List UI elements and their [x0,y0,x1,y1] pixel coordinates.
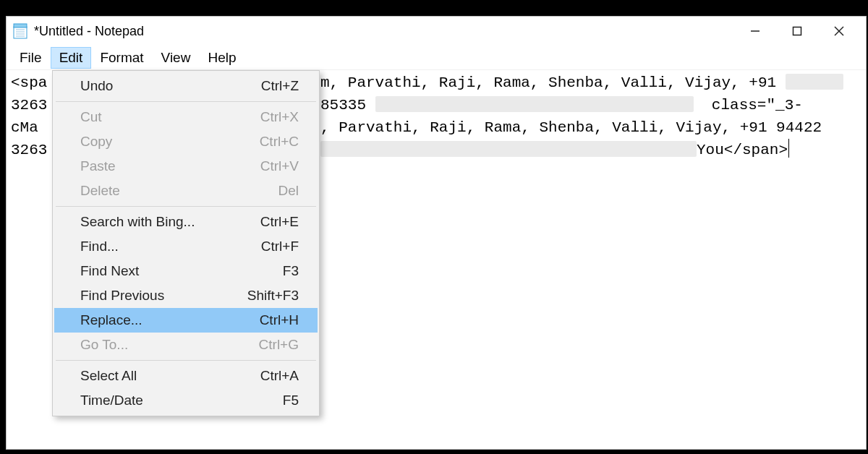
text-fragment: <spa [11,72,47,94]
menu-item-shortcut: Ctrl+Z [261,78,299,94]
text-fragment: 3263 [11,94,47,116]
menu-item-findprev[interactable]: Find PreviousShift+F3 [54,283,318,308]
window-controls [734,17,860,46]
menu-item-label: Undo [80,78,261,94]
menu-item-label: Select All [80,368,260,384]
edit-dropdown-menu: UndoCtrl+ZCutCtrl+XCopyCtrl+CPasteCtrl+V… [52,70,320,416]
menu-item-label: Time/Date [80,393,283,408]
menu-item-label: Replace... [80,312,260,328]
menu-item-label: Find Next [80,263,283,279]
menu-item-shortcut: Ctrl+A [260,368,299,384]
titlebar[interactable]: *Untitled - Notepad [7,17,866,46]
menu-item-paste: PasteCtrl+V [54,154,318,179]
menu-item-shortcut: Ctrl+H [260,312,299,328]
menu-item-label: Delete [80,183,278,199]
text-cursor [788,139,789,158]
menu-file[interactable]: File [11,47,51,69]
menu-item-label: Copy [80,134,260,150]
menu-item-findnext[interactable]: Find NextF3 [54,259,318,283]
menu-format[interactable]: Format [91,47,152,69]
menu-item-label: Find... [80,239,261,254]
menu-item-selectall[interactable]: Select AllCtrl+A [54,364,318,388]
redacted-region [375,96,694,112]
menu-item-label: Search with Bing... [80,214,260,230]
maximize-button[interactable] [776,17,818,46]
menu-item-shortcut: F5 [283,393,299,408]
menu-item-shortcut: Ctrl+X [260,109,299,125]
menu-item-label: Cut [80,109,260,125]
notepad-icon [12,23,28,39]
svg-rect-1 [14,24,27,27]
menu-separator [56,360,316,361]
menu-item-undo[interactable]: UndoCtrl+Z [54,74,318,98]
menu-item-label: Paste [80,158,260,174]
text-fragment: cMa [11,116,38,139]
menu-item-replace[interactable]: Replace...Ctrl+H [54,308,318,333]
menu-item-shortcut: Shift+F3 [247,288,299,304]
menu-item-label: Go To... [80,337,259,353]
menu-separator [56,101,316,102]
menu-item-shortcut: Del [278,183,299,199]
menu-item-goto: Go To...Ctrl+G [54,333,318,357]
text-fragment: , Parvathi, Raji, Rama, Shenba, Valli, V… [320,116,822,139]
menu-item-copy: CopyCtrl+C [54,129,318,154]
menu-item-shortcut: Ctrl+F [261,239,299,254]
text-fragment: m, Parvathi, Raji, Rama, Shenba, Valli, … [320,72,843,94]
menu-item-shortcut: Ctrl+C [260,134,299,150]
menu-item-cut: CutCtrl+X [54,105,318,129]
menu-item-shortcut: Ctrl+E [260,214,299,230]
menu-item-bing[interactable]: Search with Bing...Ctrl+E [54,210,318,234]
text-fragment: 3263 [11,139,47,161]
menu-item-shortcut: F3 [283,263,299,279]
text-fragment: 85335 class="_3- [320,94,803,116]
close-button[interactable] [818,17,860,46]
text-fragment: You</span> [320,139,789,161]
menu-item-delete: DeleteDel [54,179,318,203]
menubar: File Edit Format View Help [7,46,866,70]
menu-help[interactable]: Help [199,47,244,69]
menu-item-label: Find Previous [80,288,247,304]
menu-item-shortcut: Ctrl+V [260,158,299,174]
menu-edit[interactable]: Edit [51,47,92,69]
redacted-region [320,141,697,157]
redacted-region [786,74,843,90]
menu-item-timedate[interactable]: Time/DateF5 [54,388,318,413]
menu-item-shortcut: Ctrl+G [259,337,299,353]
minimize-button[interactable] [734,17,776,46]
menu-item-find[interactable]: Find...Ctrl+F [54,234,318,259]
svg-rect-7 [793,27,801,35]
menu-view[interactable]: View [153,47,200,69]
menu-separator [56,206,316,207]
svg-rect-0 [14,27,27,38]
window-title: *Untitled - Notepad [34,24,734,39]
